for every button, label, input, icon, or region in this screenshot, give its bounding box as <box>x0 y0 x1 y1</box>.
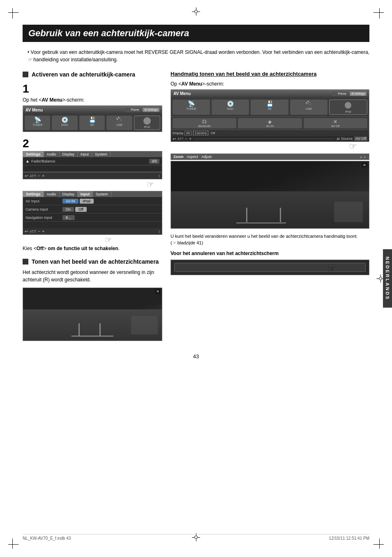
att-btn-2[interactable]: ATT <box>30 230 36 234</box>
bluetooth-label: Bluetooth <box>198 125 211 128</box>
ipod-val[interactable]: iPod <box>80 199 94 204</box>
tonen-heading: Tonen van het beeld van de achterzichtca… <box>23 258 162 265</box>
av-input-row: AV Input AV-IN iPod <box>23 197 162 205</box>
att-btn[interactable]: ATT <box>30 174 36 178</box>
av-ipod-2[interactable]: iPod <box>329 100 367 115</box>
minus-btn[interactable]: − <box>38 174 40 178</box>
back-btn-2[interactable]: ↩ <box>25 229 28 234</box>
av-usb-2[interactable]: 🔌 USB <box>290 100 327 115</box>
minus-right[interactable]: − <box>185 137 188 141</box>
left-column: Activeren van de achteruitkijk-camera 1 … <box>23 71 162 345</box>
bluetooth-icon: ☊ <box>202 119 207 125</box>
guide-line-h <box>71 336 113 337</box>
att-right[interactable]: ATT <box>178 137 184 141</box>
plus-btn-2[interactable]: + <box>42 229 44 234</box>
camera-input-row: Camera Input On Off <box>23 205 162 214</box>
back-icon[interactable]: ↩ <box>25 174 28 178</box>
av-disc-2[interactable]: 💿 DISC <box>212 100 249 115</box>
bluetooth-btn[interactable]: ☊ Bluetooth <box>173 118 236 128</box>
av-sd-2[interactable]: 💾 SD <box>251 100 288 115</box>
usb-icon-2: 🔌 <box>305 101 312 107</box>
sidebar-label: NEDERLANDS <box>383 249 392 308</box>
page-title: Gebruik van een achteruitkijk-camera <box>23 25 369 42</box>
usb-label-2: USB <box>306 107 311 110</box>
usb-icon: 🔌 <box>116 117 123 123</box>
fader-balance-row: ▲ Fader/Balance 0/0 <box>23 157 162 165</box>
av-disc[interactable]: 💿 DISC <box>52 116 77 130</box>
off-opt[interactable]: Off <box>210 131 217 135</box>
two-col-layout: Activeren van de achteruitkijk-camera 1 … <box>23 71 369 345</box>
footer-left: NL_KW-AV70_E_f.indb 43 <box>23 536 71 541</box>
settings-icon-2: ⚙ Settings <box>350 92 367 96</box>
annuleren-screen: ☞ <box>171 260 369 275</box>
zoom-bar: Zoom Aspect Adjust ▲▲ <box>171 153 369 160</box>
touch-finger-1: ☞ <box>23 179 154 189</box>
nav-val[interactable]: E... <box>62 215 75 220</box>
sd-label: SD <box>90 123 94 126</box>
av-ipod[interactable]: iPod <box>134 116 160 130</box>
ipod-label-2: iPod <box>345 110 351 113</box>
av-tuner[interactable]: 📡 TUNER <box>25 116 50 130</box>
plus-right[interactable]: + <box>189 137 191 141</box>
av-off-btn[interactable]: ✕ AV Off <box>304 118 367 128</box>
tonen-heading-text: Tonen van het beeld van de achterzichtca… <box>32 258 159 265</box>
tab-settings[interactable]: Settings <box>23 151 44 157</box>
camera-image-left: R <box>23 288 162 341</box>
aspect-btn[interactable]: Aspect <box>187 155 198 159</box>
camera-image-right: R <box>171 161 369 229</box>
right-step-text: Op <AV Menu>-scherm: <box>171 81 369 87</box>
av-sd[interactable]: 💾 SD <box>79 116 105 130</box>
tab-audio-2[interactable]: Audio <box>44 191 60 197</box>
nav-input-label: Navigation Input <box>25 216 62 220</box>
camera-opt[interactable]: Camera <box>193 131 208 135</box>
sd-icon-2: 💾 <box>266 101 273 107</box>
av-in-val[interactable]: AV-IN <box>62 199 78 204</box>
guide-line-2 <box>99 323 101 336</box>
minus-btn-2[interactable]: − <box>38 229 40 234</box>
annuleren-heading: Voor het annuleren van het achterzichtsc… <box>171 251 369 256</box>
tab-audio[interactable]: Audio <box>44 151 60 157</box>
kies-text: Kies <Off> om de functie uit te schakele… <box>23 246 162 251</box>
cam-right-label: R <box>362 163 367 167</box>
intro-text: Voor gebruik van een achteruitkijk-camer… <box>23 49 369 63</box>
nav-input-row: Navigation Input E... <box>23 214 162 222</box>
tab-input-2[interactable]: Input <box>78 191 93 197</box>
tuner-icon-2: 📡 <box>188 101 195 107</box>
back-right[interactable]: ↩ <box>173 137 176 141</box>
tab-system[interactable]: System <box>92 151 111 157</box>
plus-btn[interactable]: + <box>42 174 44 178</box>
tab-display-2[interactable]: Display <box>60 191 78 197</box>
disc-label: DISC <box>61 123 68 126</box>
tonen-box <box>23 259 28 265</box>
zoom-btn[interactable]: Zoom <box>173 155 184 159</box>
av-tuner-2[interactable]: 📡 TUNER <box>173 100 210 115</box>
on-val[interactable]: On <box>62 207 74 212</box>
back-row: ↩ ATT − + ↕ <box>23 173 162 179</box>
footer-right: 12/15/11 12:51:41 PM <box>329 536 369 541</box>
display-opt[interactable]: Display <box>173 131 183 135</box>
av-in-btn[interactable]: ◈ AV IN <box>238 118 302 128</box>
tab-settings-2[interactable]: Settings <box>23 191 44 197</box>
adjust-btn[interactable]: Adjust <box>201 155 212 159</box>
off-val[interactable]: Off <box>75 207 87 212</box>
av-opt[interactable]: AV <box>184 131 192 135</box>
disc-icon: 💿 <box>61 117 68 123</box>
tab-input[interactable]: Input <box>78 151 92 157</box>
annuleren-touch: ☞ <box>327 263 336 275</box>
input-settings-screen: Settings Audio Display Input System AV I… <box>23 191 162 235</box>
touch-finger-right: ☞ <box>171 141 357 152</box>
av-in-label: AV IN <box>266 125 274 128</box>
tab-display[interactable]: Display <box>60 151 78 157</box>
caption-text: U kunt het beeld veranderen wanneer u he… <box>171 233 369 246</box>
av-off-right[interactable]: AV Off <box>354 137 367 141</box>
source-btn-2[interactable]: ↕ <box>158 229 160 234</box>
fader-value: 0/0 <box>149 159 159 164</box>
phone-icon-badge: 📞 Phone <box>125 108 141 112</box>
av-in-icon: ◈ <box>268 119 272 125</box>
guide-line-1 <box>78 323 80 336</box>
source-btn[interactable]: ↕ <box>158 174 160 178</box>
camera-corner-label: R <box>155 289 160 294</box>
av-usb[interactable]: 🔌 USB <box>106 116 132 130</box>
activeren-heading-text: Activeren van de achteruitkijk-camera <box>32 71 135 78</box>
tab-system-2[interactable]: System <box>93 191 111 197</box>
